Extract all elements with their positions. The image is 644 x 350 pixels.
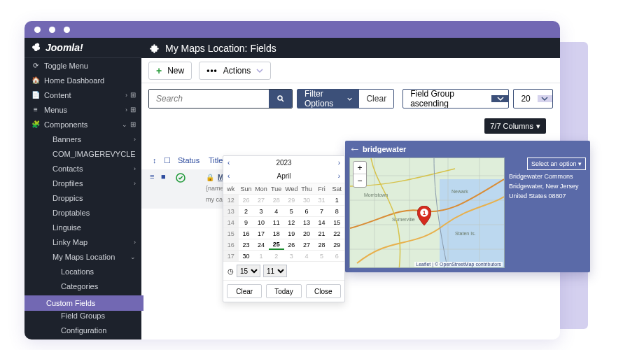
cal-day[interactable]: 26 xyxy=(284,239,300,250)
cal-day[interactable]: 6 xyxy=(299,205,314,216)
zoom-in-button[interactable]: + xyxy=(354,162,366,174)
cal-day[interactable]: 2 xyxy=(269,250,284,261)
sidebar-item[interactable]: Dropfiles› xyxy=(24,176,141,190)
cal-minute-select[interactable]: 11 xyxy=(263,265,287,277)
cal-day[interactable]: 5 xyxy=(314,250,330,261)
sidebar-item[interactable]: Banners› xyxy=(24,132,141,146)
sidebar-item[interactable]: Droptables xyxy=(24,205,141,220)
dashboard-icon[interactable]: ⊞ xyxy=(130,106,136,113)
sidebar-item[interactable]: Locations xyxy=(24,264,141,279)
cal-day[interactable]: 4 xyxy=(299,250,314,261)
col-order[interactable]: ↕ xyxy=(150,155,161,167)
cal-day[interactable]: 12 xyxy=(284,216,300,227)
cal-day[interactable]: 3 xyxy=(284,250,300,261)
sidebar-item[interactable]: Categories xyxy=(24,279,141,293)
cal-next-month[interactable]: › xyxy=(338,172,340,180)
cal-day[interactable]: 20 xyxy=(299,227,314,239)
cal-prev-year[interactable]: ‹ xyxy=(227,159,230,167)
cal-day[interactable]: 10 xyxy=(253,216,269,227)
cal-day[interactable]: 28 xyxy=(314,239,330,250)
sidebar-item[interactable]: 📄Content›⊞ xyxy=(24,88,141,102)
cal-day[interactable]: 29 xyxy=(329,239,344,250)
sidebar-item[interactable]: 🏠Home Dashboard xyxy=(24,73,141,88)
sidebar-item[interactable]: My Maps Location⌄ xyxy=(24,249,141,264)
cal-day[interactable]: 27 xyxy=(253,194,269,205)
cal-today-button[interactable]: Today xyxy=(266,284,301,298)
sidebar-item[interactable]: Linguise xyxy=(24,220,141,234)
sidebar-item[interactable]: COM_IMAGEREVYCLE xyxy=(24,146,141,161)
sidebar-item[interactable]: ⟳Toggle Menu xyxy=(24,58,141,73)
cal-day[interactable]: 11 xyxy=(269,216,284,227)
cal-day[interactable]: 26 xyxy=(239,194,254,205)
cal-day[interactable]: 7 xyxy=(314,205,330,216)
traffic-dot[interactable] xyxy=(64,27,70,33)
traffic-dot[interactable] xyxy=(49,27,55,33)
dashboard-icon[interactable]: ⊞ xyxy=(130,91,136,99)
cal-day[interactable]: 31 xyxy=(314,194,330,205)
brand-logo[interactable]: Joomla! xyxy=(24,38,141,58)
cal-day[interactable]: 4 xyxy=(269,205,284,216)
map-pane[interactable]: + − Morristown Somerville Newark Staten … xyxy=(349,158,505,268)
cal-hour-select[interactable]: 15 xyxy=(237,265,260,277)
new-button[interactable]: +New xyxy=(148,62,192,80)
cal-day[interactable]: 6 xyxy=(329,250,344,261)
row-status-published[interactable] xyxy=(175,172,206,186)
cal-day[interactable]: 24 xyxy=(253,239,269,250)
sidebar-item[interactable]: Configuration xyxy=(24,323,141,337)
limit-select[interactable]: 20 xyxy=(513,89,553,108)
traffic-dot[interactable] xyxy=(34,27,41,33)
cal-day[interactable]: 30 xyxy=(239,250,254,261)
cal-day[interactable]: 5 xyxy=(284,205,300,216)
columns-toggle[interactable]: 7/7 Columns▾ xyxy=(484,118,546,134)
cal-day[interactable]: 29 xyxy=(284,194,300,205)
map-pin[interactable]: 1 xyxy=(417,206,431,225)
col-status[interactable]: Status xyxy=(175,155,206,167)
cal-day[interactable]: 19 xyxy=(284,227,300,239)
cal-clear-button[interactable]: Clear xyxy=(227,284,262,298)
cal-day[interactable]: 8 xyxy=(329,205,344,216)
sort-select[interactable]: Field Group ascending xyxy=(402,89,509,108)
sidebar-item[interactable]: Contacts› xyxy=(24,161,141,176)
cal-next-year[interactable]: › xyxy=(338,159,340,167)
search-button[interactable] xyxy=(269,90,292,108)
limit-caret[interactable] xyxy=(538,95,552,102)
zoom-out-button[interactable]: − xyxy=(354,174,366,187)
map-select-option[interactable]: Select an option ▾ xyxy=(527,158,586,170)
cal-day[interactable]: 13 xyxy=(299,216,314,227)
cal-year[interactable]: 2023 xyxy=(276,159,291,167)
row-checkbox[interactable]: ■ xyxy=(161,172,175,181)
cal-day[interactable]: 1 xyxy=(253,250,269,261)
dashboard-icon[interactable]: ⊞ xyxy=(130,120,136,128)
sidebar-item[interactable]: 🧩Components⌄⊞ xyxy=(24,117,141,132)
cal-prev-month[interactable]: ‹ xyxy=(227,172,230,180)
col-checkall[interactable]: ☐ xyxy=(161,155,175,167)
row-reorder-handle[interactable]: ≡ xyxy=(150,172,161,181)
back-arrow-icon[interactable]: 🡐 xyxy=(351,145,358,153)
cal-close-button[interactable]: Close xyxy=(306,284,341,298)
cal-day[interactable]: 9 xyxy=(239,216,254,227)
sort-caret[interactable] xyxy=(491,95,509,102)
cal-day[interactable]: 3 xyxy=(253,205,269,216)
clear-filter-button[interactable]: Clear xyxy=(359,90,393,108)
sidebar-item[interactable]: Droppics xyxy=(24,190,141,205)
cal-day[interactable]: 1 xyxy=(329,194,344,205)
sidebar-item[interactable]: ≡Menus›⊞ xyxy=(24,102,141,117)
cal-day[interactable]: 14 xyxy=(314,216,330,227)
cal-day[interactable]: 23 xyxy=(239,239,254,250)
cal-day[interactable]: 15 xyxy=(329,216,344,227)
search-input[interactable] xyxy=(149,90,269,108)
cal-day[interactable]: 28 xyxy=(269,194,284,205)
cal-day[interactable]: 16 xyxy=(239,227,254,239)
cal-day[interactable]: 30 xyxy=(299,194,314,205)
cal-month[interactable]: April xyxy=(276,172,290,180)
cal-day[interactable]: 21 xyxy=(314,227,330,239)
actions-button[interactable]: •••Actions xyxy=(199,62,271,80)
cal-day[interactable]: 18 xyxy=(269,227,284,239)
filter-options[interactable]: Filter Options Clear xyxy=(297,89,394,108)
cal-day[interactable]: 22 xyxy=(329,227,344,239)
cal-day[interactable]: 2 xyxy=(239,205,254,216)
cal-day[interactable]: 25 xyxy=(269,239,284,250)
sidebar-active-highlight[interactable]: Custom Fields xyxy=(24,295,144,311)
sidebar-item[interactable]: Linky Map› xyxy=(24,234,141,249)
cal-day[interactable]: 17 xyxy=(253,227,269,239)
